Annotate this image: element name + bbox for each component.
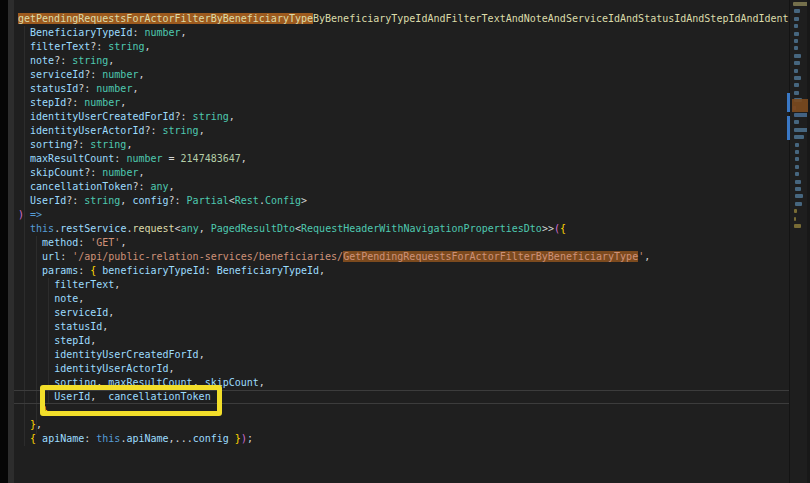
code-line: filterText, [14, 278, 789, 292]
minimap-line [794, 209, 797, 213]
code-token: , [120, 237, 126, 248]
code-token: Config [265, 195, 301, 206]
code-token: ?: [175, 111, 193, 122]
code-token: note [30, 55, 54, 66]
code-token: note [54, 293, 78, 304]
code-line: skipCount?: number, [14, 166, 789, 180]
code-token: : [78, 237, 90, 248]
minimap-line [794, 224, 801, 228]
code-line: note?: string, [14, 54, 789, 68]
code-token: , [36, 419, 42, 430]
code-token [18, 419, 30, 430]
code-token: , [199, 223, 211, 234]
code-line: filterText?: string, [14, 40, 789, 54]
minimap-line [794, 32, 799, 36]
minimap-line [795, 165, 799, 169]
code-token: this [96, 433, 120, 444]
code-token: ?: [84, 167, 102, 178]
minimap-line [794, 69, 799, 73]
code-line: cancellationToken?: any, [14, 180, 789, 194]
code-line: identityUserCreatedForId?: string, [14, 110, 789, 124]
code-token: , [259, 377, 265, 388]
code-token: , [90, 335, 96, 346]
code-token [18, 405, 42, 416]
code-line: { apiName: this.apiName,...config }); [14, 432, 789, 446]
minimap-lines [790, 0, 807, 240]
code-token: Partial [187, 195, 229, 206]
code-line: this.restService.request<any, PagedResul… [14, 222, 789, 236]
code-token: PagedResultDto [211, 223, 295, 234]
code-token: statusId [30, 83, 78, 94]
code-token: Rest [235, 195, 259, 206]
code-token: ?: [144, 125, 162, 136]
code-token: serviceId [30, 69, 84, 80]
code-token: , [241, 153, 247, 164]
code-token [18, 41, 30, 52]
code-token: number [144, 27, 180, 38]
minimap-line [794, 46, 799, 50]
code-token: any [181, 223, 199, 234]
code-token: apiName [42, 433, 84, 444]
code-token: > [301, 195, 307, 206]
code-token: identityUserCreatedForId [30, 111, 175, 122]
code-token: request [132, 223, 174, 234]
code-token: ,... [169, 433, 193, 444]
code-token: restService [60, 223, 126, 234]
code-token: ?: [169, 195, 187, 206]
code-token [18, 349, 54, 360]
code-token: 'GET' [90, 237, 120, 248]
code-token: string [72, 55, 108, 66]
code-line: identityUserActorId, [14, 362, 789, 376]
code-token: ?: [66, 97, 84, 108]
code-token: ?: [84, 69, 102, 80]
code-token: ?: [72, 139, 90, 150]
code-token [18, 55, 30, 66]
minimap-line [794, 135, 803, 139]
code-token [18, 125, 30, 136]
code-token: , [181, 27, 187, 38]
code-line: UserId?: string, config?: Partial<Rest.C… [14, 194, 789, 208]
code-token: method [42, 237, 78, 248]
code-token [18, 237, 42, 248]
code-token: number [102, 167, 138, 178]
code-token: { [560, 223, 566, 234]
code-line: url: '/api/public-relation-services/bene… [14, 250, 789, 264]
code-token: ; [247, 433, 253, 444]
code-token [18, 363, 54, 374]
minimap-change-marker [787, 116, 790, 140]
code-line: statusId, [14, 320, 789, 334]
code-token: beneficiaryTypeId [102, 265, 204, 276]
code-token [18, 167, 30, 178]
minimap-line [795, 180, 801, 184]
minimap-line [795, 143, 799, 147]
code-line: method: 'GET', [14, 236, 789, 250]
code-token: identityUserCreatedForId [54, 349, 199, 360]
code-line: }, [14, 418, 789, 432]
code-token [18, 293, 54, 304]
code-token: identityUserActorId [54, 363, 168, 374]
code-token [18, 97, 30, 108]
code-token: config [132, 195, 168, 206]
code-token [18, 223, 30, 234]
code-token: apiName [126, 433, 168, 444]
minimap-line [794, 217, 797, 221]
code-line: getPendingRequestsForActorFilterByBenefi… [14, 12, 789, 26]
code-token: : [205, 265, 217, 276]
vscode-editor-window: { "app": { "kind": "code-editor", "langu… [0, 0, 810, 483]
minimap[interactable] [789, 0, 810, 483]
code-line: stepId?: number, [14, 96, 789, 110]
code-token: ByBeneficiaryTypeIdAndFilterTextAndNoteA… [313, 13, 789, 24]
code-line: identityUserActorId?: string, [14, 124, 789, 138]
code-token: => [24, 209, 42, 220]
code-token: BeneficiaryTypeId [30, 27, 132, 38]
code-line: identityUserCreatedForId, [14, 348, 789, 362]
code-token: : [114, 153, 126, 164]
code-token: , [199, 125, 205, 136]
code-token: : [60, 251, 72, 262]
code-line: note, [14, 292, 789, 306]
minimap-line [795, 157, 799, 161]
code-token: '/api/public-relation-services/beneficia… [72, 251, 343, 262]
annotation-highlight-box [40, 385, 222, 416]
code-token: maxResultCount [30, 153, 114, 164]
code-token: string [84, 195, 120, 206]
